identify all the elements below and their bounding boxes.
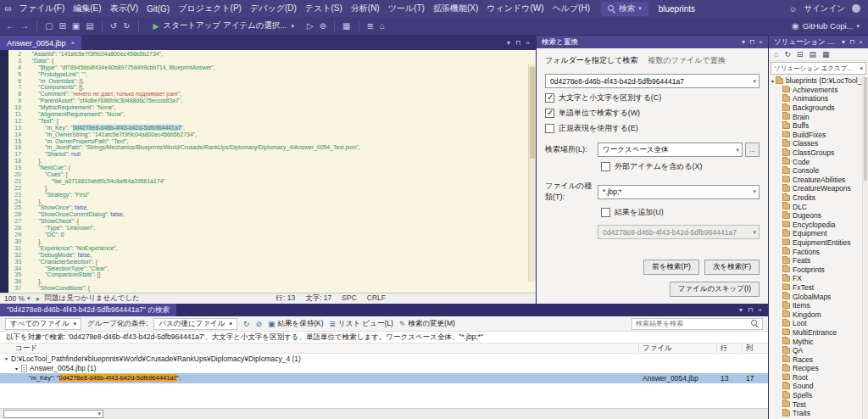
- code-line[interactable]: 5 "PrototypeLink": "",: [8, 71, 536, 78]
- tree-item-Brain[interactable]: Brain: [769, 112, 868, 121]
- expand-icon[interactable]: ▾: [771, 78, 774, 84]
- code-line[interactable]: 12 "Text": {: [8, 118, 536, 125]
- results-search-input[interactable]: [636, 320, 748, 327]
- tree-item-Recipes[interactable]: Recipes: [769, 364, 868, 373]
- code-line[interactable]: 35 "ComparisonStats": []: [8, 271, 536, 278]
- refresh-icon[interactable]: ↻: [243, 320, 250, 328]
- github-copilot-button[interactable]: GitHub Copi...: [803, 21, 854, 31]
- column-header-line[interactable]: 行: [717, 344, 743, 353]
- tree-item-Footprints[interactable]: Footprints: [769, 265, 868, 274]
- group-by-combo[interactable]: パスの後にファイル ▾: [153, 318, 237, 330]
- column-indicator[interactable]: 文字: 17: [305, 293, 331, 304]
- redo-icon[interactable]: ↻: [122, 21, 131, 31]
- code-line[interactable]: 7 "Components": [],: [8, 84, 536, 91]
- menu-item-2[interactable]: 表示(V): [106, 1, 142, 16]
- tree-item-Factions[interactable]: Factions: [769, 247, 868, 256]
- tree-item-Kingdom[interactable]: Kingdom: [769, 310, 868, 319]
- pin-icon[interactable]: ⊓: [748, 306, 753, 314]
- code-line[interactable]: 18 },: [8, 158, 536, 165]
- tree-item-Encyclopedia[interactable]: Encyclopedia: [769, 221, 868, 230]
- tree-item-QA[interactable]: QA: [769, 346, 868, 355]
- tree-item-Feats[interactable]: Feats: [769, 256, 868, 265]
- tree-item-Achievements[interactable]: Achievements: [769, 86, 868, 95]
- tree-item-Classes[interactable]: Classes: [769, 139, 868, 148]
- tree-item-Equipment[interactable]: Equipment: [769, 229, 868, 238]
- code-line[interactable]: 10 "MythicRequirement": "None",: [8, 104, 536, 111]
- home-icon[interactable]: ⌂: [773, 50, 779, 59]
- dock-menu-icon[interactable]: ▾: [507, 39, 510, 47]
- menu-item-6[interactable]: テスト(S): [301, 1, 347, 16]
- file-filter-combo[interactable]: すべてのファイル ▾: [5, 318, 81, 330]
- tree-item-ClassGroups[interactable]: ClassGroups: [769, 148, 868, 158]
- tree-item-Dugeons[interactable]: Dugeons: [769, 211, 868, 221]
- health-indicator-icon[interactable]: ●: [36, 295, 40, 303]
- find-previous-button[interactable]: 前を検索(P): [643, 260, 699, 275]
- save-icon[interactable]: ▣: [71, 21, 81, 31]
- tree-item-EquipmentEntities[interactable]: EquipmentEntities: [769, 238, 868, 248]
- column-header-file[interactable]: ファイル: [639, 344, 717, 353]
- new-file-icon[interactable]: ▢: [44, 21, 53, 31]
- search-query-combo[interactable]: 0d4278e8-d46b-4f43-b42d-5dfb964441a7 ▾: [545, 74, 760, 88]
- code-line[interactable]: 19 "NextCue": {: [8, 165, 536, 171]
- editor-tab-answer-0054[interactable]: Answer_0054.jbp ×: [0, 36, 81, 50]
- code-line[interactable]: 8 "Comment": "ничего не дает, только под…: [8, 91, 536, 98]
- menu-item-7[interactable]: 分析(N): [347, 1, 384, 16]
- tree-item-FX[interactable]: FX: [769, 274, 868, 283]
- tree-item-FxTest[interactable]: FxTest: [769, 283, 868, 293]
- forward-icon[interactable]: →: [19, 21, 30, 31]
- code-line[interactable]: 17 "Shared": null: [8, 151, 536, 158]
- code-line[interactable]: 37 "ShowConditions": {: [8, 285, 536, 292]
- find-in-files-icon[interactable]: ≣: [366, 21, 375, 31]
- code-line[interactable]: 28 "Type": "Unknown",: [8, 225, 536, 232]
- tree-item-Races[interactable]: Races: [769, 355, 868, 364]
- code-line[interactable]: 20 "Cues": [: [8, 171, 536, 178]
- menu-item-3[interactable]: Git(G): [142, 3, 174, 15]
- refresh-icon[interactable]: ↻: [783, 50, 792, 59]
- tree-item-Root[interactable]: Root: [769, 373, 868, 383]
- run-without-debug-icon[interactable]: ▷: [306, 21, 314, 31]
- tab-replace-in-files[interactable]: 複数のファイルで置換: [648, 55, 725, 66]
- list-view-button[interactable]: ≣ リスト ビュー(L): [330, 319, 393, 329]
- result-file-row[interactable]: ▾ Answer_0054.jbp (1): [0, 364, 768, 374]
- find-panel-titlebar[interactable]: 検索と置換 ▾⊓×: [537, 36, 768, 48]
- code-line[interactable]: 34 "SelectionType": "Clear",: [8, 265, 536, 272]
- pin-icon[interactable]: ⊓: [749, 38, 754, 46]
- code-line[interactable]: 22 ],: [8, 185, 536, 192]
- menu-item-5[interactable]: デバッグ(D): [246, 1, 301, 16]
- sign-in-button[interactable]: サインイン: [804, 3, 845, 14]
- back-icon[interactable]: ←: [5, 21, 15, 31]
- menu-item-10[interactable]: ウィンドウ(W): [482, 1, 548, 16]
- tree-root[interactable]: ▾blueprints (D:¥LocTool_Pat...: [769, 76, 868, 86]
- include-external-checkbox[interactable]: 外部アイテムを含める(X): [601, 161, 760, 172]
- zoom-selector[interactable]: 100 % ▾: [4, 294, 31, 303]
- code-line[interactable]: 16 "m_JsonPath": "Strings/Mechanics/Blue…: [8, 144, 536, 151]
- whole-word-checkbox[interactable]: 単語単位で検索する(W): [545, 108, 760, 119]
- tree-item-Animations[interactable]: Animations: [769, 94, 868, 103]
- collapse-all-icon[interactable]: ⊟: [796, 50, 804, 59]
- menu-item-8[interactable]: ツール(T): [384, 1, 429, 16]
- eol-indicator[interactable]: CRLF: [367, 293, 386, 304]
- explorer-scrollbar[interactable]: [862, 75, 868, 419]
- explorer-mode-combo[interactable]: ソリューション エクスプローラー - フォルダー ▾: [771, 62, 866, 75]
- code-line[interactable]: 27 "ShowCheck": {: [8, 218, 536, 225]
- close-icon[interactable]: ×: [859, 38, 863, 46]
- menu-item-0[interactable]: ファイル(F): [15, 1, 70, 16]
- code-line[interactable]: 31 "Experience": "NoExperience",: [8, 245, 536, 252]
- column-header-code[interactable]: コード: [0, 344, 639, 353]
- open-file-icon[interactable]: ⊞: [58, 21, 66, 31]
- browse-button[interactable]: ...: [745, 142, 760, 157]
- close-icon[interactable]: ×: [526, 39, 530, 47]
- undo-icon[interactable]: ↺: [109, 21, 118, 31]
- code-line[interactable]: 6 "m_Overrides": [],: [8, 78, 536, 85]
- tree-item-Buffs[interactable]: Buffs: [769, 121, 868, 131]
- pin-icon[interactable]: ⊓: [849, 38, 854, 46]
- tree-item-Backgrounds[interactable]: Backgrounds: [769, 103, 868, 113]
- code-line[interactable]: 11 "AlignmentRequirement": "None",: [8, 111, 536, 118]
- code-lines[interactable]: 2 "AssetId": "141afc5e7f3f9c04a800ec456b…: [8, 50, 536, 293]
- tree-item-Test[interactable]: Test: [769, 399, 868, 409]
- profiler-icon[interactable]: ⊚: [319, 21, 327, 31]
- line-indicator[interactable]: 行: 13: [275, 293, 295, 304]
- pin-icon[interactable]: ⊓: [515, 39, 520, 47]
- code-line[interactable]: 26 "ShowOnceCurrentDialog": false,: [8, 211, 536, 218]
- tree-item-MultiEntrance[interactable]: MultiEntrance: [769, 328, 868, 338]
